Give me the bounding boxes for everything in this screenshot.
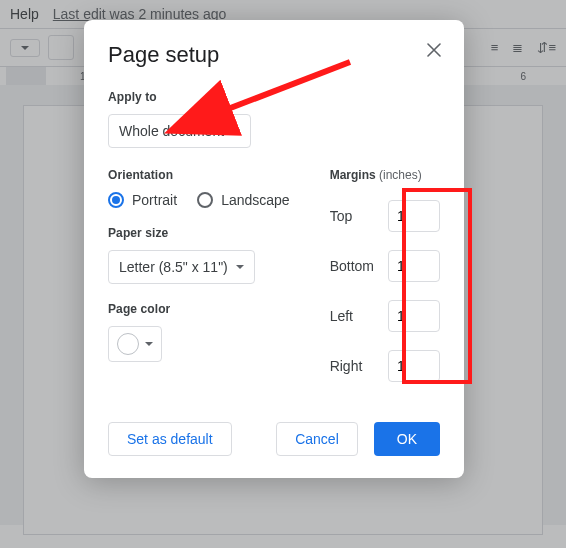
- chevron-down-icon: [236, 265, 244, 273]
- paper-size-select[interactable]: Letter (8.5" x 11"): [108, 250, 255, 284]
- orientation-group: Portrait Landscape: [108, 192, 290, 208]
- margin-left-row: Left: [330, 300, 440, 332]
- paper-size-label: Paper size: [108, 226, 290, 240]
- margin-right-row: Right: [330, 350, 440, 382]
- close-button[interactable]: [422, 38, 446, 62]
- set-as-default-button[interactable]: Set as default: [108, 422, 232, 456]
- dialog-title: Page setup: [108, 42, 440, 68]
- orientation-landscape-label: Landscape: [221, 192, 290, 208]
- close-icon: [427, 43, 441, 57]
- apply-to-select[interactable]: Whole document: [108, 114, 251, 148]
- cancel-button[interactable]: Cancel: [276, 422, 358, 456]
- orientation-landscape-radio[interactable]: Landscape: [197, 192, 290, 208]
- margin-top-input[interactable]: [388, 200, 440, 232]
- margin-right-input[interactable]: [388, 350, 440, 382]
- orientation-portrait-label: Portrait: [132, 192, 177, 208]
- orientation-label: Orientation: [108, 168, 290, 182]
- orientation-portrait-radio[interactable]: Portrait: [108, 192, 177, 208]
- paper-size-value: Letter (8.5" x 11"): [119, 259, 228, 275]
- apply-to-value: Whole document: [119, 123, 224, 139]
- radio-selected-icon: [108, 192, 124, 208]
- margin-top-label: Top: [330, 208, 353, 224]
- ok-button[interactable]: OK: [374, 422, 440, 456]
- margin-right-label: Right: [330, 358, 363, 374]
- margin-left-label: Left: [330, 308, 353, 324]
- chevron-down-icon: [145, 342, 153, 350]
- color-swatch-icon: [117, 333, 139, 355]
- radio-unselected-icon: [197, 192, 213, 208]
- margin-bottom-input[interactable]: [388, 250, 440, 282]
- page-color-select[interactable]: [108, 326, 162, 362]
- page-color-label: Page color: [108, 302, 290, 316]
- margin-left-input[interactable]: [388, 300, 440, 332]
- margins-label: Margins (inches): [330, 168, 440, 182]
- margin-top-row: Top: [330, 200, 440, 232]
- apply-to-label: Apply to: [108, 90, 440, 104]
- margin-bottom-row: Bottom: [330, 250, 440, 282]
- page-setup-dialog: Page setup Apply to Whole document Orien…: [84, 20, 464, 478]
- dialog-footer: Set as default Cancel OK: [108, 422, 440, 456]
- chevron-down-icon: [232, 129, 240, 137]
- margin-bottom-label: Bottom: [330, 258, 374, 274]
